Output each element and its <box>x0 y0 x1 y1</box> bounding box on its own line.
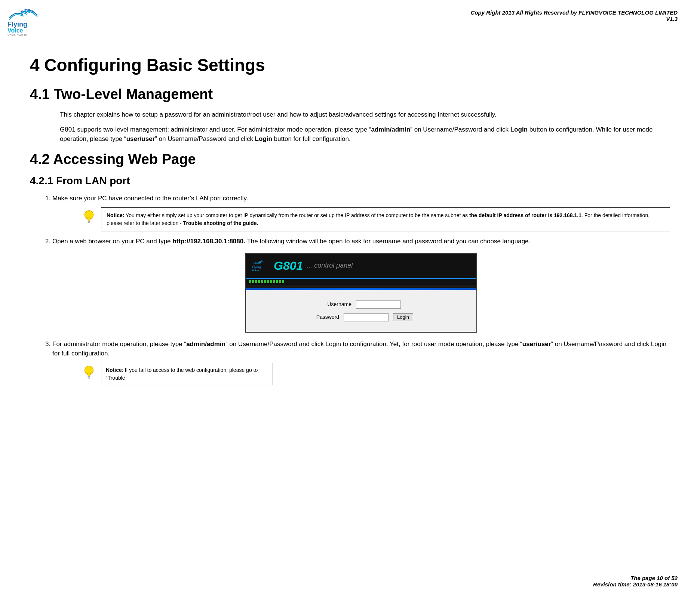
step-1: Make sure your PC have connected to the … <box>52 194 670 232</box>
svg-rect-5 <box>88 222 90 223</box>
svg-text:Voice over IP: Voice over IP <box>7 33 27 37</box>
svg-text:Flying: Flying <box>252 265 261 269</box>
chapter-title: 4 Configuring Basic Settings <box>30 55 670 75</box>
svg-rect-14 <box>88 376 90 377</box>
subsection-421-title: 4.2.1 From LAN port <box>30 175 670 187</box>
step-2: Open a web browser on your PC and type h… <box>52 237 670 333</box>
logo-area: Flying Voice Voice over IP <box>4 4 49 40</box>
notice-2-text: Notice: If you fail to access to the web… <box>101 363 273 385</box>
section-41-para2: G801 supports two-level management: admi… <box>60 125 670 144</box>
page-number: The page 10 of 52 <box>593 575 678 581</box>
screenshot-username-input <box>356 300 401 309</box>
bulb-icon <box>82 209 96 225</box>
section-41-para1: This chapter explains how to setup a pas… <box>60 110 670 120</box>
svg-text:Voice: Voice <box>7 27 23 34</box>
screenshot-login-button: Login <box>393 313 413 321</box>
revision-time: Revision time: 2013-08-16 18:00 <box>593 581 678 588</box>
screenshot-subtitle: ... control panel <box>307 260 353 271</box>
svg-text:Flying: Flying <box>7 21 27 28</box>
notice-box-1: Notice: You may either simply set up you… <box>82 207 670 231</box>
notice-box-2: Notice: If you fail to access to the web… <box>82 363 670 385</box>
svg-line-7 <box>85 211 86 212</box>
svg-line-8 <box>93 211 93 212</box>
screenshot-signal-bar <box>246 279 476 285</box>
copyright: Copy Right 2013 All Rights Reserved by F… <box>471 4 678 22</box>
screenshot-header: Flying Voice G801 ... control panel <box>246 254 476 279</box>
bulb-icon-2 <box>82 364 96 381</box>
g801-screenshot: Flying Voice G801 ... control panel <box>245 253 477 333</box>
screenshot-logo-svg: Flying Voice <box>251 259 270 272</box>
notice-1-text: Notice: You may either simply set up you… <box>101 207 670 231</box>
main-content: 4 Configuring Basic Settings 4.1 Two-Lev… <box>0 44 700 420</box>
password-label: Password <box>309 313 339 321</box>
screenshot-brand: G801 <box>274 257 303 275</box>
svg-rect-15 <box>88 377 90 379</box>
section-42-title: 4.2 Accessing Web Page <box>30 151 670 167</box>
screenshot-toolbar <box>246 285 476 289</box>
page-header: Flying Voice Voice over IP Copy Right 20… <box>0 0 700 44</box>
screenshot-logo: Flying Voice <box>251 259 270 272</box>
step-3: For administrator mode operation, please… <box>52 339 670 385</box>
page-footer: The page 10 of 52 Revision time: 2013-08… <box>593 575 678 588</box>
screenshot-form: Username Password Login <box>246 290 476 332</box>
password-row: Password Login <box>261 313 461 321</box>
username-row: Username <box>261 300 461 309</box>
steps-list: Make sure your PC have connected to the … <box>52 194 670 385</box>
screenshot-password-input <box>344 313 389 321</box>
svg-text:Voice: Voice <box>252 269 259 272</box>
svg-rect-4 <box>88 221 90 222</box>
section-41-title: 4.1 Two-Level Management <box>30 86 670 102</box>
flying-voice-logo: Flying Voice Voice over IP <box>6 6 47 38</box>
username-label: Username <box>322 300 351 308</box>
